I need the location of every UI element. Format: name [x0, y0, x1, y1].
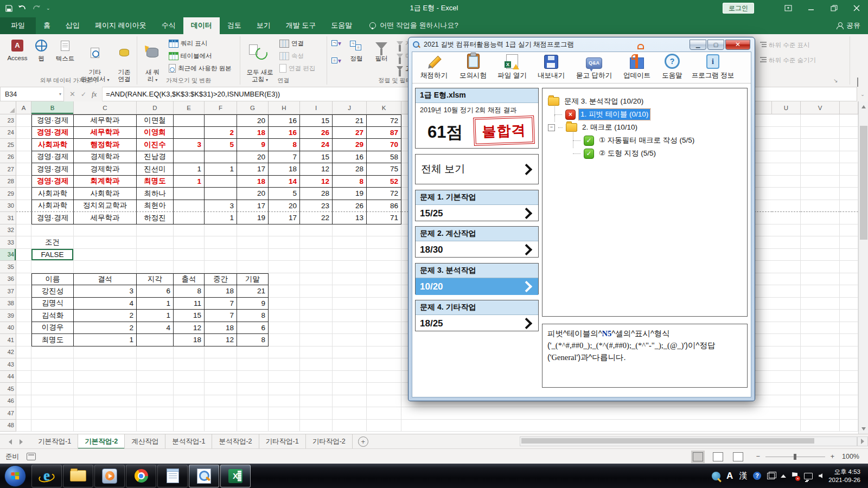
cell-K34[interactable] [367, 249, 401, 261]
cell-K35[interactable] [367, 261, 401, 273]
cell-U27[interactable] [772, 163, 801, 176]
cell-F34[interactable] [205, 249, 237, 261]
cell-F37[interactable]: 18 [205, 285, 237, 298]
cell-F38[interactable]: 7 [205, 298, 237, 310]
cell-I27[interactable]: 12 [300, 163, 333, 176]
vertical-scrollbar[interactable] [858, 101, 868, 434]
cell-E23[interactable] [174, 114, 205, 127]
row-header-31[interactable]: 31 [0, 212, 16, 224]
scrollbar-thumb[interactable] [860, 126, 867, 240]
show-queries-button[interactable]: 쿼리 표시 [169, 38, 207, 49]
cell-F24[interactable]: 2 [205, 127, 237, 139]
cell-A41[interactable] [16, 334, 31, 346]
row-header-47[interactable]: 47 [0, 407, 16, 420]
cell-J42[interactable] [333, 346, 367, 359]
cell-U39[interactable] [772, 310, 801, 322]
cell-C31[interactable]: 세무학과 [74, 212, 137, 224]
cell-J40[interactable] [333, 322, 367, 335]
cell-H43[interactable] [269, 358, 300, 371]
tab-review[interactable]: 검토 [220, 17, 249, 34]
tab-insert[interactable]: 삽입 [58, 17, 87, 34]
cell-H41[interactable] [269, 334, 300, 346]
col-header-J[interactable]: J [333, 101, 367, 114]
mock-exam-button[interactable]: 모의시험 [454, 52, 493, 83]
cell-H45[interactable] [269, 383, 300, 395]
cell-G34[interactable] [237, 249, 269, 261]
taskbar-grading-program-button[interactable] [189, 465, 219, 487]
row-header-25[interactable]: 25 [0, 139, 16, 151]
cell-K27[interactable]: 75 [367, 163, 401, 176]
cell-C44[interactable] [74, 371, 137, 383]
cell-G48[interactable] [237, 420, 269, 432]
cell-D38[interactable]: 1 [137, 298, 174, 310]
cell-U37[interactable] [772, 285, 801, 298]
login-button[interactable]: 로그인 [723, 3, 754, 14]
cell-U34[interactable] [772, 249, 801, 261]
cell-F46[interactable] [205, 395, 237, 408]
cell-J32[interactable] [333, 224, 367, 237]
cell-I41[interactable] [300, 334, 333, 346]
col-header-U[interactable]: U [772, 101, 801, 114]
cell-C30[interactable]: 정치외교학과 [74, 200, 137, 213]
cell-U42[interactable] [772, 346, 801, 359]
cell-C36[interactable]: 결석 [74, 273, 137, 286]
cell-F32[interactable] [205, 224, 237, 237]
row-header-26[interactable]: 26 [0, 151, 16, 164]
cell-U45[interactable] [772, 383, 801, 395]
cell-A31[interactable] [16, 212, 31, 224]
cell-H38[interactable] [269, 298, 300, 310]
dialog-minimize-button[interactable]: ▁ [690, 40, 706, 50]
open-file-button[interactable]: 파일 열기 [493, 52, 532, 83]
cell-G41[interactable]: 8 [237, 334, 269, 346]
cell-V34[interactable] [801, 249, 840, 261]
cell-B26[interactable]: 경영·경제 [31, 151, 74, 164]
cell-A45[interactable] [16, 383, 31, 395]
cell-W34[interactable] [840, 249, 858, 261]
volume-icon[interactable] [819, 473, 822, 478]
cell-F27[interactable]: 1 [205, 163, 237, 176]
cell-I40[interactable] [300, 322, 333, 335]
dialog-close-button[interactable]: ✕ [725, 40, 750, 50]
row-header-23[interactable]: 23 [0, 114, 16, 127]
cell-I33[interactable] [300, 236, 333, 249]
cell-K45[interactable] [367, 383, 401, 395]
cell-V29[interactable] [801, 188, 840, 200]
dialog-maximize-button[interactable]: ▢ [707, 40, 724, 50]
cell-C38[interactable]: 4 [74, 298, 137, 310]
row-header-43[interactable]: 43 [0, 358, 16, 371]
cell-D27[interactable]: 진선미 [137, 163, 174, 176]
cell-A33[interactable] [16, 236, 31, 249]
insert-function-icon[interactable]: fx [92, 90, 97, 99]
cell-I29[interactable]: 28 [300, 188, 333, 200]
cell-K47[interactable] [367, 407, 401, 420]
sheet-scroll-left-icon[interactable] [9, 439, 12, 445]
cell-F26[interactable] [205, 151, 237, 164]
cell-B32[interactable] [31, 224, 74, 237]
cell-H32[interactable] [269, 224, 300, 237]
cell-J46[interactable] [333, 395, 367, 408]
taskbar-chrome-button[interactable] [126, 465, 156, 487]
col-header-G[interactable]: G [237, 101, 269, 114]
cell-D48[interactable] [137, 420, 174, 432]
cell-U43[interactable] [772, 358, 801, 371]
cell-F36[interactable]: 중간 [205, 273, 237, 286]
cell-J35[interactable] [333, 261, 367, 273]
cell-I30[interactable]: 23 [300, 200, 333, 213]
qna-button[interactable]: Q&A 묻고 답하기 [571, 52, 617, 83]
tab-page-layout[interactable]: 페이지 레이아웃 [87, 17, 154, 34]
name-box[interactable]: B34 ▾ [0, 87, 64, 101]
cell-G30[interactable]: 17 [237, 200, 269, 213]
cell-J31[interactable]: 13 [333, 212, 367, 224]
from-table-button[interactable]: 테이블에서 [169, 50, 212, 61]
cell-J34[interactable] [333, 249, 367, 261]
cell-V39[interactable] [801, 310, 840, 322]
tab-file[interactable]: 파일 [0, 17, 36, 34]
cell-G25[interactable]: 9 [237, 139, 269, 151]
cell-E37[interactable]: 8 [174, 285, 205, 298]
tab-developer[interactable]: 개발 도구 [278, 17, 324, 34]
row-header-30[interactable]: 30 [0, 200, 16, 213]
row-header-37[interactable]: 37 [0, 285, 16, 298]
row-header-45[interactable]: 45 [0, 383, 16, 395]
cell-G47[interactable] [237, 407, 269, 420]
cell-K38[interactable] [367, 298, 401, 310]
